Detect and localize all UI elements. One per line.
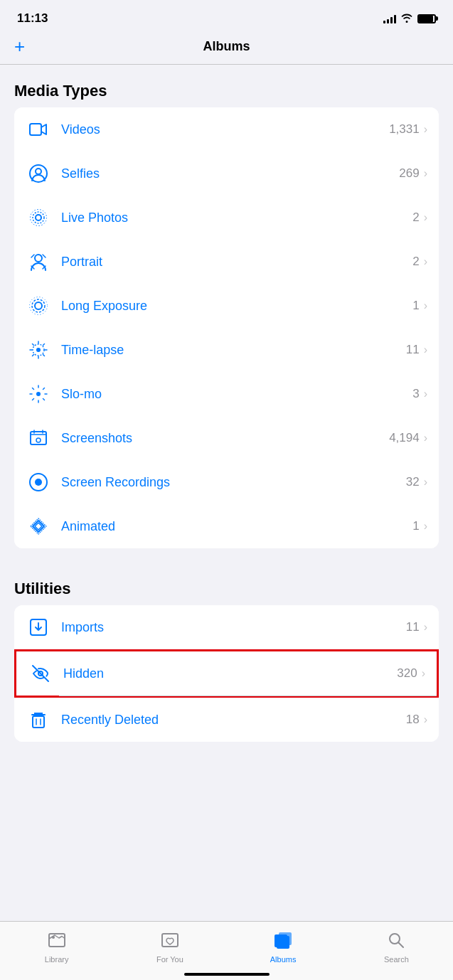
- svg-line-27: [33, 399, 34, 400]
- svg-point-29: [36, 438, 41, 442]
- tab-for-you-label: For You: [156, 955, 183, 964]
- item-count: 11: [406, 620, 420, 634]
- svg-line-25: [43, 399, 45, 400]
- svg-point-31: [35, 479, 42, 486]
- chevron-icon: ›: [424, 520, 427, 533]
- animated-icon: [26, 513, 51, 539]
- list-item[interactable]: Screen Recordings 32 ›: [14, 460, 439, 504]
- chevron-icon: ›: [424, 388, 427, 400]
- item-count: 1: [412, 519, 419, 533]
- media-types-section: Media Types Videos 1,331 ›: [0, 65, 453, 548]
- item-label: Videos: [61, 122, 389, 137]
- item-count: 1,331: [389, 122, 420, 137]
- list-item[interactable]: Selfies 269 ›: [14, 151, 439, 196]
- item-count: 320: [397, 666, 417, 681]
- albums-icon: [273, 930, 293, 953]
- item-label: Selfies: [61, 166, 399, 181]
- item-label: Screen Recordings: [61, 475, 406, 490]
- screen-recording-icon: [26, 469, 51, 495]
- list-item[interactable]: Animated 1 ›: [14, 504, 439, 548]
- item-count: 11: [406, 343, 420, 357]
- tab-library-label: Library: [45, 955, 69, 964]
- svg-point-19: [36, 392, 41, 396]
- status-time: 11:13: [17, 11, 48, 26]
- list-item[interactable]: Long Exposure 1 ›: [14, 284, 439, 328]
- list-item[interactable]: Screenshots 4,194 ›: [14, 416, 439, 460]
- item-label: Animated: [61, 519, 412, 534]
- list-item[interactable]: Recently Deleted 18 ›: [14, 698, 439, 742]
- item-label: Time-lapse: [61, 343, 406, 358]
- svg-line-24: [33, 388, 34, 390]
- item-count: 3: [412, 387, 419, 401]
- page-title: Albums: [203, 39, 250, 54]
- item-count: 32: [406, 475, 420, 489]
- chevron-icon: ›: [424, 167, 427, 180]
- chevron-icon: ›: [424, 621, 427, 634]
- tab-albums[interactable]: Albums: [227, 930, 340, 964]
- library-icon: [47, 930, 67, 953]
- svg-line-16: [43, 344, 45, 346]
- chevron-icon: ›: [422, 667, 425, 680]
- video-icon: [26, 117, 51, 142]
- list-item[interactable]: Slo-mo 3 ›: [14, 372, 439, 416]
- list-item[interactable]: Live Photos 2 ›: [14, 196, 439, 240]
- screenshot-icon: [26, 425, 51, 451]
- svg-point-9: [36, 348, 41, 352]
- chevron-icon: ›: [424, 476, 427, 489]
- item-label: Recently Deleted: [61, 713, 406, 728]
- chevron-icon: ›: [424, 211, 427, 224]
- list-item[interactable]: Imports 11 ›: [14, 605, 439, 649]
- add-album-button[interactable]: +: [14, 37, 25, 55]
- long-exposure-icon: [26, 293, 51, 319]
- chevron-icon: ›: [424, 713, 427, 726]
- item-count: 269: [399, 166, 419, 181]
- svg-line-14: [33, 344, 34, 346]
- portrait-icon: [26, 249, 51, 275]
- svg-rect-0: [30, 124, 41, 135]
- svg-point-2: [36, 169, 41, 174]
- status-icons: [383, 13, 436, 25]
- list-item[interactable]: Videos 1,331 ›: [14, 107, 439, 151]
- chevron-icon: ›: [424, 299, 427, 312]
- hidden-list-item[interactable]: Hidden 320 ›: [14, 649, 439, 698]
- svg-point-7: [32, 299, 45, 312]
- main-content: Media Types Videos 1,331 ›: [0, 65, 453, 827]
- list-item[interactable]: Time-lapse 11 ›: [14, 328, 439, 372]
- time-lapse-icon: [26, 337, 51, 363]
- chevron-icon: ›: [424, 255, 427, 268]
- item-label: Live Photos: [61, 211, 412, 225]
- tab-for-you[interactable]: For You: [113, 930, 226, 964]
- svg-line-17: [33, 355, 34, 356]
- slo-mo-icon: [26, 381, 51, 407]
- list-item[interactable]: Portrait 2 ›: [14, 240, 439, 284]
- chevron-icon: ›: [424, 432, 427, 444]
- item-label: Portrait: [61, 255, 412, 270]
- svg-line-15: [43, 355, 45, 356]
- live-photo-icon: [26, 205, 51, 230]
- utilities-section: Utilities Imports 11 ›: [0, 563, 453, 742]
- chevron-icon: ›: [424, 343, 427, 356]
- tab-albums-label: Albums: [270, 955, 297, 964]
- tab-bar: Library For You Albums Search: [0, 921, 453, 980]
- svg-point-3: [36, 215, 41, 220]
- selfie-icon: [26, 161, 51, 186]
- svg-point-6: [35, 302, 42, 309]
- item-count: 4,194: [389, 431, 420, 445]
- svg-point-38: [52, 936, 55, 939]
- chevron-icon: ›: [424, 123, 427, 136]
- tab-search[interactable]: Search: [340, 930, 453, 964]
- item-count: 2: [412, 255, 419, 269]
- utilities-heading: Utilities: [14, 580, 439, 598]
- item-count: 2: [412, 211, 419, 225]
- imports-icon: [26, 614, 51, 640]
- tab-search-label: Search: [384, 955, 409, 964]
- nav-header: + Albums: [0, 31, 453, 64]
- status-bar: 11:13: [0, 0, 453, 31]
- item-label: Hidden: [63, 666, 397, 681]
- tab-library[interactable]: Library: [0, 930, 113, 964]
- trash-icon: [26, 707, 51, 733]
- utilities-list: Imports 11 › Hidden 320 ›: [14, 605, 439, 742]
- for-you-icon: [160, 930, 180, 953]
- home-indicator: [184, 973, 270, 976]
- svg-point-4: [33, 212, 44, 223]
